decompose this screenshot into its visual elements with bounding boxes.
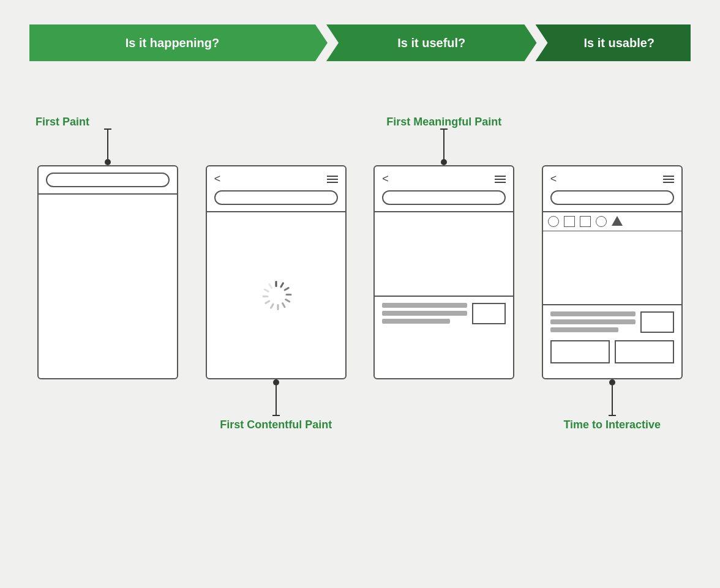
phone-fcp-topbar: < (214, 173, 338, 185)
tab-square-1 (564, 216, 575, 227)
content-row-tti (550, 311, 674, 333)
phone-first-paint (37, 165, 178, 379)
tab-square-2 (580, 216, 591, 227)
line-tti-below (612, 385, 613, 415)
connector-below-fcp (272, 379, 280, 416)
col-fmp: First Meaningful Paint < (366, 98, 523, 431)
ham-line-2 (327, 179, 338, 180)
banner-segment-2: Is it useful? (326, 24, 537, 61)
phone-tti-tabbar (543, 212, 681, 231)
btn-fmp (472, 303, 506, 324)
text-line-3 (382, 319, 450, 324)
text-line-b (550, 319, 636, 324)
dot-fmp (441, 159, 447, 165)
phone-fmp-image (375, 212, 513, 297)
phone-tti-header: < (543, 166, 681, 212)
dot-fcp-below (273, 379, 279, 385)
ham-line-c (495, 182, 506, 183)
text-line-a (550, 311, 636, 316)
phone-tti-searchbar (550, 190, 674, 205)
banner-label-3: Is it usable? (583, 36, 654, 50)
banner-label-1: Is it happening? (126, 36, 219, 50)
tick-tti-below (609, 415, 616, 416)
text-line-c (550, 327, 618, 332)
hamburger-tti (663, 176, 674, 183)
phone-tti-content (543, 305, 681, 378)
hamburger-fmp (495, 176, 506, 183)
spinner-icon (261, 281, 291, 310)
phone-fcp-searchbar (214, 190, 338, 205)
hamburger-fcp (327, 176, 338, 183)
phone-fmp-header: < (375, 166, 513, 212)
text-lines-tti (550, 311, 636, 332)
tab-circle-2 (596, 216, 607, 227)
col-tti: < (534, 98, 691, 431)
phone-fp-header (39, 166, 177, 195)
phone-fmp-body (375, 212, 513, 378)
diagram-wrapper: First Paint < (29, 98, 691, 431)
phone-fcp-spinner (207, 212, 345, 378)
tick-fcp-below (272, 415, 280, 416)
line-fcp-below (276, 385, 277, 415)
back-icon-fcp: < (214, 173, 221, 185)
phone-tti-image (543, 231, 681, 305)
banner-segment-1: Is it happening? (29, 24, 328, 61)
btn-tti (640, 311, 674, 333)
tab-triangle (612, 216, 623, 226)
col-first-paint: First Paint (29, 98, 187, 431)
text-lines-fmp (382, 303, 467, 324)
phone-fmp-searchbar (382, 190, 506, 205)
banner-segment-3: Is it usable? (536, 24, 691, 61)
label-first-paint: First Paint (29, 98, 187, 128)
text-line-2 (382, 311, 467, 316)
banner-label-2: Is it useful? (397, 36, 465, 50)
ham-line-d (663, 176, 674, 177)
tab-circle-1 (548, 216, 559, 227)
content-row-fmp (382, 303, 506, 324)
dot-fp (105, 159, 111, 165)
label-fmp-above: First Meaningful Paint (366, 98, 523, 128)
phone-tti: < (542, 165, 683, 379)
phone-fp-blank (39, 195, 177, 378)
ham-line-f (663, 182, 674, 183)
back-icon-tti: < (550, 173, 557, 185)
ham-line-e (663, 179, 674, 180)
phone-fp-searchbar (46, 173, 170, 187)
arrow-banner: Is it happening? Is it useful? Is it usa… (29, 24, 691, 61)
line-fmp (443, 130, 444, 159)
phone-fmp-topbar: < (382, 173, 506, 185)
phone-fcp: < (206, 165, 347, 379)
text-line-1 (382, 303, 467, 308)
phone-fmp-content (375, 297, 513, 378)
back-icon-fmp: < (382, 173, 389, 185)
ham-line-1 (327, 176, 338, 177)
button-row-tti (550, 340, 674, 363)
btn-wide-1 (550, 340, 610, 363)
phone-tti-topbar: < (550, 173, 674, 185)
phone-tti-body (543, 231, 681, 378)
connector-below-tti (609, 379, 616, 416)
ham-line-a (495, 176, 506, 177)
label-tti: Time to Interactive (563, 419, 661, 431)
ham-line-b (495, 179, 506, 180)
ham-line-3 (327, 182, 338, 183)
col-fcp: < (198, 98, 355, 431)
btn-wide-2 (615, 340, 674, 363)
connector-above-fmp (440, 128, 448, 165)
phone-fcp-header: < (207, 166, 345, 212)
phone-fmp: < (373, 165, 514, 379)
connector-above-fp (104, 128, 111, 165)
dot-tti-below (609, 379, 615, 385)
label-fcp: First Contentful Paint (220, 419, 332, 431)
line-fp (107, 130, 108, 159)
